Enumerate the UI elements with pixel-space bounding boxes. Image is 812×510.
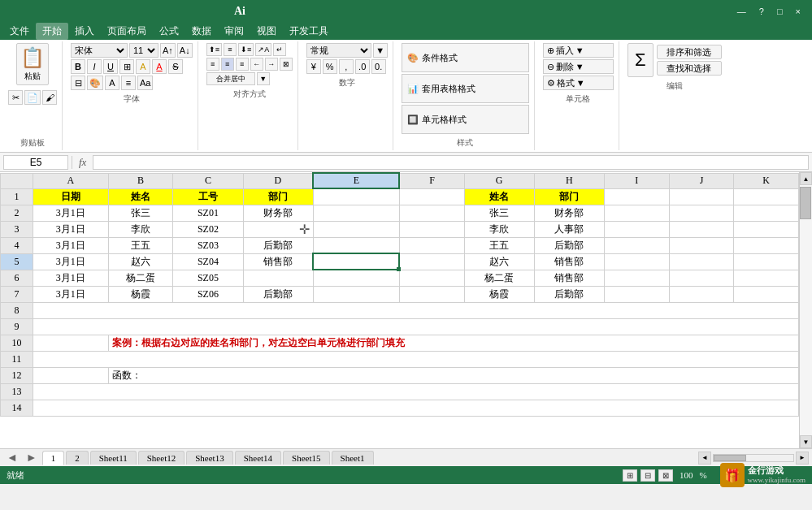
cell-B12[interactable]: 函数： <box>108 367 798 383</box>
row-2-header[interactable]: 2 <box>1 205 33 221</box>
merge-dropdown-button[interactable]: ▼ <box>257 72 270 85</box>
cell-E5[interactable] <box>313 253 399 270</box>
row-9-header[interactable]: 9 <box>1 318 33 335</box>
cell-B3[interactable]: 李欣 <box>108 221 173 237</box>
menu-home[interactable]: 开始 <box>36 23 68 40</box>
cell-E3[interactable] <box>313 221 399 237</box>
cell-D2[interactable]: 财务部 <box>243 205 313 221</box>
copy-button[interactable]: 📄 <box>24 90 41 105</box>
italic-button[interactable]: I <box>87 59 102 74</box>
cell-I5[interactable] <box>605 253 670 270</box>
currency-button[interactable]: ¥ <box>306 59 321 74</box>
cell-I4[interactable] <box>605 237 670 253</box>
col-D-header[interactable]: D <box>243 173 313 188</box>
cell-H3[interactable]: 人事部 <box>534 221 604 237</box>
cell-F3[interactable] <box>399 221 464 237</box>
row-8-header[interactable]: 8 <box>1 302 33 318</box>
cell-A13[interactable] <box>33 383 798 400</box>
cell-J1[interactable] <box>669 188 734 205</box>
increase-indent-button[interactable]: → <box>265 58 278 71</box>
cell-E7[interactable] <box>313 286 399 302</box>
cell-A9[interactable] <box>33 318 798 335</box>
cell-G4[interactable]: 王五 <box>464 237 534 253</box>
row-5-header[interactable]: 5 <box>1 253 33 270</box>
cell-E1[interactable] <box>313 188 399 205</box>
format-btn[interactable]: Aa <box>137 76 153 90</box>
comma-button[interactable]: , <box>339 59 354 74</box>
cell-C6[interactable]: SZ05 <box>173 270 243 286</box>
scroll-thumb[interactable] <box>800 187 811 219</box>
cell-H7[interactable]: 后勤部 <box>534 286 604 302</box>
menu-data[interactable]: 数据 <box>185 23 218 40</box>
row-7-header[interactable]: 7 <box>1 286 33 302</box>
help-button[interactable]: ? <box>754 5 769 18</box>
minimize-button[interactable]: — <box>732 5 751 18</box>
restore-button[interactable]: □ <box>772 5 788 18</box>
cell-K2[interactable] <box>734 205 799 221</box>
cell-G3[interactable]: 李欣 <box>464 221 534 237</box>
percent-button[interactable]: % <box>323 59 337 74</box>
cell-H2[interactable]: 财务部 <box>534 205 604 221</box>
cell-K7[interactable] <box>734 286 799 302</box>
cell-A12[interactable] <box>33 367 108 383</box>
cell-J7[interactable] <box>669 286 734 302</box>
col-C-header[interactable]: C <box>173 173 243 188</box>
col-E-header[interactable]: E <box>313 173 399 188</box>
horiz-thumb[interactable] <box>714 455 746 461</box>
menu-formula[interactable]: 公式 <box>153 23 185 40</box>
cell-F4[interactable] <box>399 237 464 253</box>
row-3-header[interactable]: 3 <box>1 221 33 237</box>
cell-I7[interactable] <box>605 286 670 302</box>
page-layout-view-button[interactable]: ⊟ <box>640 469 655 482</box>
col-G-header[interactable]: G <box>464 173 534 188</box>
find-select-button[interactable]: 查找和选择 <box>657 61 722 76</box>
menu-developer[interactable]: 开发工具 <box>283 23 335 40</box>
sheet-tab-1[interactable]: 1 <box>42 451 65 465</box>
sheet-tab-next[interactable]: ► <box>23 452 41 465</box>
cell-A10[interactable] <box>33 335 108 351</box>
sheet-tab-sheet11[interactable]: Sheet11 <box>90 451 137 465</box>
align-bottom-button[interactable]: ⬇≡ <box>238 43 254 56</box>
strikethrough-button[interactable]: S <box>168 59 183 74</box>
cell-A8[interactable] <box>33 302 798 318</box>
conditional-format-button[interactable]: 🎨条件格式 <box>402 43 529 72</box>
font-color-button[interactable]: A <box>152 59 167 74</box>
cell-A6[interactable]: 3月1日 <box>33 270 108 286</box>
border-button[interactable]: ⊞ <box>119 59 134 74</box>
cell-A14[interactable] <box>33 400 798 416</box>
cut-button[interactable]: ✂ <box>8 90 23 105</box>
cell-B2[interactable]: 张三 <box>108 205 173 221</box>
page-break-view-button[interactable]: ⊠ <box>658 469 673 482</box>
number-format-dropdown[interactable]: ▼ <box>373 43 388 58</box>
cell-F7[interactable] <box>399 286 464 302</box>
cell-F5[interactable] <box>399 253 464 270</box>
cell-C2[interactable]: SZ01 <box>173 205 243 221</box>
menu-file[interactable]: 文件 <box>3 23 36 40</box>
decrease-decimal-button[interactable]: 0. <box>371 59 386 74</box>
cell-F2[interactable] <box>399 205 464 221</box>
cell-A5[interactable]: 3月1日 <box>33 253 108 270</box>
col-I-header[interactable]: I <box>605 173 670 188</box>
cell-G5[interactable]: 赵六 <box>464 253 534 270</box>
font-size-selector[interactable]: 11 <box>129 43 158 58</box>
cell-B4[interactable]: 王五 <box>108 237 173 253</box>
col-A-header[interactable]: A <box>33 173 108 188</box>
cell-C5[interactable]: SZ04 <box>173 253 243 270</box>
cell-D3[interactable]: ✛ <box>243 221 313 237</box>
cell-A7[interactable]: 3月1日 <box>33 286 108 302</box>
decrease-indent-button[interactable]: ← <box>250 58 263 71</box>
horiz-track[interactable] <box>713 454 794 462</box>
increase-decimal-button[interactable]: .0 <box>355 59 370 74</box>
table-style-button[interactable]: 📊套用表格格式 <box>402 74 529 103</box>
fill-btn[interactable]: 🎨 <box>87 76 103 90</box>
align-middle-button[interactable]: ≡ <box>224 43 237 56</box>
row-14-header[interactable]: 14 <box>1 400 33 416</box>
menu-insert[interactable]: 插入 <box>68 23 101 40</box>
align-right-button[interactable]: ≡ <box>236 58 249 71</box>
col-J-header[interactable]: J <box>669 173 734 188</box>
row-12-header[interactable]: 12 <box>1 367 33 383</box>
indent-button[interactable]: ≡ <box>121 76 136 90</box>
col-H-header[interactable]: H <box>534 173 604 188</box>
cell-C1[interactable]: 工号 <box>173 188 243 205</box>
cell-G1[interactable]: 姓名 <box>464 188 534 205</box>
